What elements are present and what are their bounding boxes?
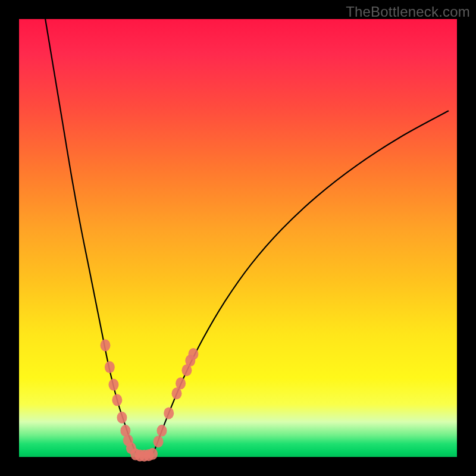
marker-dot <box>176 377 186 389</box>
marker-dot <box>120 425 130 437</box>
chart-frame: TheBottleneck.com <box>0 0 476 476</box>
curve-left-curve <box>45 19 136 455</box>
marker-dot <box>135 449 145 461</box>
marker-dot <box>154 436 164 447</box>
marker-dot <box>185 355 195 367</box>
curve-overlay <box>19 19 457 457</box>
marker-dot <box>112 394 122 406</box>
marker-dot <box>171 387 181 399</box>
marker-dot <box>139 450 149 462</box>
marker-dot <box>148 448 158 460</box>
curve-right-curve <box>152 111 448 455</box>
marker-dot <box>117 412 127 424</box>
watermark-text: TheBottleneck.com <box>346 4 470 20</box>
marker-dot <box>188 348 198 360</box>
marker-dot <box>156 425 167 437</box>
marker-dot <box>123 434 133 446</box>
marker-dot <box>143 449 154 461</box>
marker-dot <box>164 407 174 419</box>
marker-dot <box>100 339 110 351</box>
plot-area <box>19 19 457 457</box>
marker-dot <box>181 364 192 376</box>
marker-dot <box>108 379 118 391</box>
marker-dot <box>105 361 115 373</box>
marker-dot <box>130 449 140 461</box>
marker-dot <box>126 442 136 454</box>
